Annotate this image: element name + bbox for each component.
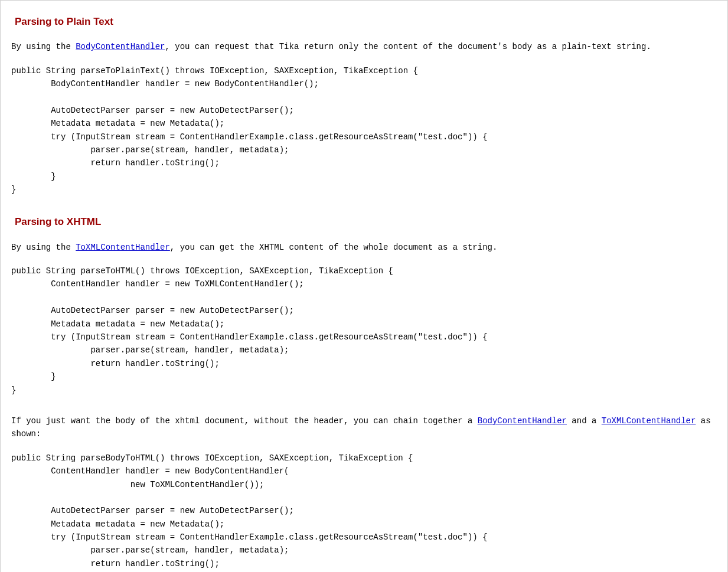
paragraph-text: , you can get the XHTML content of the w… bbox=[170, 243, 498, 252]
section-heading-xhtml: Parsing to XHTML bbox=[15, 214, 717, 230]
code-block-xhtml: public String parseToHTML() throws IOExc… bbox=[11, 264, 717, 397]
paragraph-text: , you can request that Tika return only … bbox=[165, 42, 651, 51]
section-heading-plain-text: Parsing to Plain Text bbox=[15, 14, 717, 30]
paragraph-text: and a bbox=[567, 416, 602, 426]
document-content: Parsing to Plain Text By using the BodyC… bbox=[1, 1, 727, 572]
link-bodycontenthandler[interactable]: BodyContentHandler bbox=[76, 42, 165, 51]
paragraph-intro-xhtml: By using the ToXMLContentHandler, you ca… bbox=[11, 241, 717, 254]
code-block-body-xhtml: public String parseBodyToHTML() throws I… bbox=[11, 452, 717, 572]
paragraph-text: If you just want the body of the xhtml d… bbox=[11, 416, 478, 426]
link-toxmlcontenthandler[interactable]: ToXMLContentHandler bbox=[76, 243, 170, 252]
paragraph-chain-handlers: If you just want the body of the xhtml d… bbox=[11, 414, 717, 441]
paragraph-intro-plain-text: By using the BodyContentHandler, you can… bbox=[11, 40, 717, 53]
link-bodycontenthandler-2[interactable]: BodyContentHandler bbox=[478, 416, 567, 426]
code-block-plain-text: public String parseToPlainText() throws … bbox=[11, 64, 717, 197]
paragraph-text: By using the bbox=[11, 243, 76, 252]
paragraph-text: By using the bbox=[11, 42, 76, 51]
link-toxmlcontenthandler-2[interactable]: ToXMLContentHandler bbox=[602, 416, 696, 426]
